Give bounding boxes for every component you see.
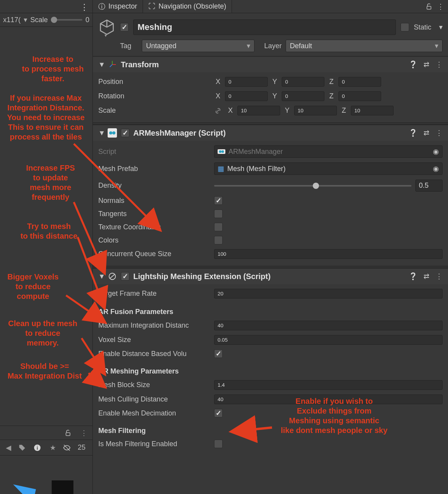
transform-icon [108, 60, 117, 69]
link-constraint-icon[interactable] [214, 107, 222, 115]
foldout-icon[interactable]: ▼ [98, 272, 104, 281]
rotation-x-field[interactable] [225, 91, 268, 101]
density-value[interactable]: 0.5 [415, 180, 443, 192]
chevron-down-icon: ▾ [435, 42, 438, 50]
object-picker-icon[interactable]: ◉ [433, 164, 439, 173]
component-enabled-checkbox[interactable] [121, 129, 129, 137]
filter-header: Mesh Filtering [98, 422, 211, 435]
kebab-icon[interactable]: ⋮ [436, 272, 443, 281]
annotation-text: Clean up the meshto reducememory. [0, 319, 85, 348]
kebab-icon[interactable]: ⋮ [436, 129, 443, 137]
left-bottom-bars: ⋮ ◀ ★ 25 [0, 426, 92, 494]
density-slider[interactable] [214, 185, 411, 187]
enable-distance-volume-label: Enable Distance Based Volu [98, 350, 211, 358]
help-icon[interactable]: ❔ [409, 129, 417, 137]
svg-rect-5 [427, 6, 431, 9]
preset-icon[interactable]: ⇄ [424, 272, 429, 281]
colors-checkbox[interactable] [214, 236, 223, 244]
position-y-field[interactable] [282, 77, 324, 87]
enable-mesh-decimation-checkbox[interactable] [214, 409, 223, 417]
foldout-icon[interactable]: ▼ [98, 61, 104, 69]
active-checkbox[interactable] [120, 23, 129, 31]
svg-point-10 [112, 131, 115, 134]
kebab-icon[interactable]: ⋮ [436, 60, 443, 69]
colors-label: Colors [98, 236, 211, 244]
script-label: Script [98, 148, 211, 156]
axis-x-label: X [214, 78, 222, 86]
rotation-label: Rotation [98, 92, 211, 100]
tangents-checkbox[interactable] [214, 209, 223, 218]
tag-icon[interactable] [19, 444, 28, 451]
component-enabled-checkbox[interactable] [121, 272, 129, 281]
chevron-down-icon[interactable]: ▾ [105, 33, 107, 38]
density-label: Density [98, 182, 211, 190]
star-icon[interactable]: ★ [48, 443, 58, 452]
tab-navigation[interactable]: ⛶ Navigation (Obsolete) [143, 0, 232, 13]
hidden-icon[interactable] [63, 444, 72, 452]
mesh-filtering-enabled-label: Is Mesh Filtering Enabled [98, 440, 211, 448]
chevron-down-icon[interactable]: ▾ [436, 23, 443, 31]
enable-distance-volume-checkbox[interactable] [214, 349, 223, 358]
scale-x-field[interactable] [237, 106, 280, 115]
lock-open-icon[interactable] [425, 3, 432, 10]
enable-mesh-decimation-label: Enable Mesh Decimation [98, 409, 211, 417]
rotation-z-field[interactable] [338, 91, 381, 101]
navigation-icon: ⛶ [148, 2, 155, 10]
svg-rect-0 [66, 433, 70, 436]
lock-open-icon[interactable] [64, 429, 74, 436]
help-icon[interactable]: ❔ [409, 272, 417, 281]
rotation-y-field[interactable] [282, 91, 324, 101]
voxel-size-label: Voxel Size [98, 336, 211, 344]
preset-icon[interactable]: ⇄ [424, 129, 429, 137]
voxel-size-field[interactable] [214, 335, 443, 345]
static-checkbox[interactable] [401, 23, 409, 31]
scale-label: Scale [98, 106, 211, 115]
svg-rect-2 [37, 446, 38, 447]
back-icon[interactable]: ◀ [4, 443, 13, 452]
component-transform: ▼ Transform ❔ ⇄ ⋮ Position X Y Z [93, 56, 448, 122]
foldout-icon[interactable]: ▼ [98, 129, 104, 137]
preset-icon[interactable]: ⇄ [424, 60, 429, 69]
dimension-dropdown[interactable]: x117( [3, 16, 21, 24]
texcoords-checkbox[interactable] [214, 223, 223, 231]
annotation-text: Try to meshto this distance [14, 222, 84, 241]
concurrent-queue-field[interactable] [214, 249, 443, 259]
target-fps-field[interactable] [214, 289, 443, 298]
kebab-icon[interactable]: ⋮ [437, 2, 444, 11]
texcoords-label: Texture Coordinates [98, 223, 211, 231]
normals-checkbox[interactable] [214, 196, 223, 205]
max-integration-distance-field[interactable] [214, 321, 443, 330]
max-integration-distance-label: Maximum Integration Distanc [98, 321, 211, 330]
layer-dropdown[interactable]: Default▾ [286, 40, 443, 52]
layer-label: Layer [258, 42, 282, 50]
hidden-count: 25 [78, 443, 85, 452]
static-label: Static [414, 23, 431, 31]
position-x-field[interactable] [225, 77, 268, 87]
kebab-icon[interactable]: ⋮ [80, 2, 89, 12]
mesh-filtering-enabled-checkbox[interactable] [214, 440, 223, 448]
scale-toolbar: x117(▾ Scale 0 [0, 13, 92, 27]
annotation-text: Should be >=Max Integration Dist [0, 361, 89, 381]
mesh-prefab-field[interactable]: ▦ Mesh (Mesh Filter) ◉ [214, 162, 443, 175]
preview-thumbnail [52, 480, 73, 494]
kebab-icon[interactable]: ⋮ [79, 429, 89, 437]
script-field: ARMeshManager ◉ [214, 145, 443, 158]
tag-dropdown[interactable]: Untagged▾ [142, 40, 255, 52]
help-icon[interactable]: ❔ [409, 60, 417, 69]
svg-rect-3 [37, 447, 38, 450]
tab-inspector[interactable]: ⓘ Inspector [93, 0, 143, 13]
scale-z-field[interactable] [351, 106, 394, 115]
object-picker-icon: ◉ [433, 147, 439, 156]
annotation-text: If you increase MaxIntegration Distance.… [0, 93, 92, 142]
gameobject-name-field[interactable] [133, 19, 396, 35]
scale-slider[interactable] [51, 19, 82, 21]
mesh-block-size-label: Mesh Block Size [98, 381, 211, 389]
mesh-prefab-label: Mesh Prefab [98, 165, 211, 173]
info-icon[interactable] [33, 444, 43, 452]
mesh-culling-distance-label: Mesh Culling Distance [98, 395, 211, 403]
scale-y-field[interactable] [294, 106, 337, 115]
mesh-block-size-field[interactable] [214, 380, 443, 390]
position-z-field[interactable] [338, 77, 381, 87]
concurrent-queue-label: Concurrent Queue Size [98, 250, 211, 258]
gameobject-icon[interactable]: ▾ [98, 19, 115, 36]
